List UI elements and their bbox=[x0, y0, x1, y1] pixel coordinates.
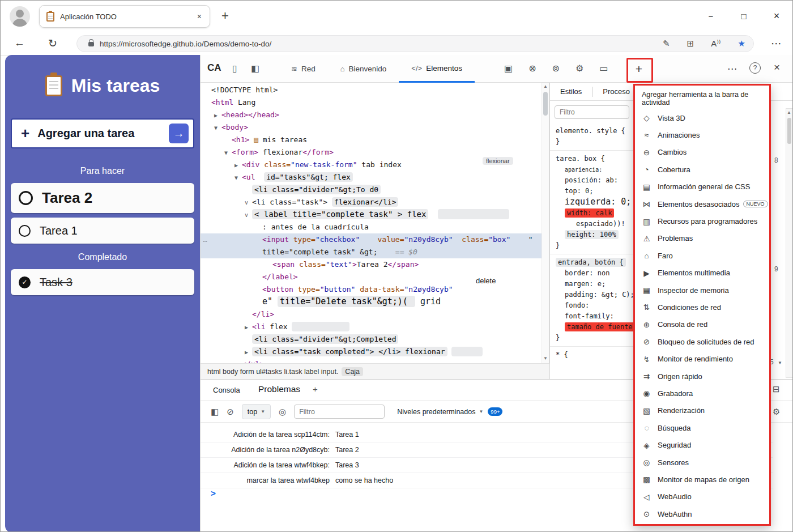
elements-scrollbar[interactable]: ▲ ▼ bbox=[542, 83, 549, 363]
menu-item[interactable]: ▧Renderización bbox=[635, 402, 769, 419]
menu-item[interactable]: ◎Sensores bbox=[635, 454, 769, 471]
chevron-down-icon[interactable]: ▼ bbox=[778, 360, 782, 365]
style-line[interactable]: font-family: bbox=[550, 311, 646, 322]
menu-item[interactable]: ▶Elementos multimedia bbox=[635, 265, 769, 282]
console-sidebar-icon[interactable]: ◧ bbox=[211, 407, 219, 417]
favorite-star-icon[interactable]: ★ bbox=[738, 39, 745, 49]
url-bar[interactable]: https://microsoftedge.github.io/Demos/de… bbox=[76, 35, 754, 52]
settings-icon[interactable]: ⚙ bbox=[575, 63, 583, 74]
menu-item[interactable]: ⊕Consola de red bbox=[635, 316, 769, 333]
style-line[interactable]: entrada, botón { bbox=[550, 257, 646, 268]
dom-tree-line[interactable]: <span class="text">Tarea 2</span> bbox=[201, 258, 549, 271]
style-line[interactable]: espaciado))! bbox=[550, 219, 646, 229]
collections-icon[interactable]: ⊞ bbox=[687, 39, 694, 49]
dom-tree-line[interactable]: title="complete task" &gt; == $0 bbox=[201, 246, 549, 258]
read-aloud-icon[interactable]: A⁾⁾ bbox=[711, 39, 720, 49]
style-line[interactable]: height: 100% bbox=[550, 229, 646, 240]
style-line[interactable]: padding: &gt; C); bbox=[550, 290, 646, 300]
tree-arrow[interactable]: ▶ bbox=[245, 321, 252, 333]
more-tabs-icon[interactable]: + bbox=[313, 384, 318, 394]
tree-arrow[interactable]: ▶ bbox=[245, 346, 252, 358]
clear-console-icon[interactable]: ⊘ bbox=[227, 407, 234, 417]
url-text[interactable]: https://microsoftedge.github.io/Demos/de… bbox=[100, 40, 646, 48]
tab-close-icon[interactable]: × bbox=[196, 12, 203, 21]
devtools-help-icon[interactable]: ? bbox=[749, 62, 761, 74]
dom-tree-line[interactable]: <button type="button" data-task="n2øyd8c… bbox=[201, 283, 549, 296]
menu-item[interactable]: ⇉Origen rápido bbox=[635, 368, 769, 385]
dom-tree-line[interactable]: …<input type="checkbox" value="n20yd8cyb… bbox=[201, 233, 549, 246]
style-line[interactable]: tamaño de fuente: bbox=[550, 322, 646, 333]
dom-tree-line[interactable]: <!DOCTYPE html> bbox=[201, 84, 549, 96]
dom-tree-line[interactable]: ▶<head></head> bbox=[201, 109, 549, 121]
issues-count-badge[interactable]: 99+ bbox=[488, 407, 502, 416]
menu-item[interactable]: ⊙WebAuthn bbox=[635, 505, 769, 522]
tree-arrow[interactable]: ▼ bbox=[214, 122, 221, 134]
debug-icon[interactable]: ⊗ bbox=[528, 63, 536, 74]
breadcrumb-last[interactable]: Caja bbox=[342, 367, 363, 376]
dom-tree-line[interactable]: : antes de la cuadrícula bbox=[201, 221, 549, 233]
style-line[interactable]: } bbox=[550, 333, 646, 343]
menu-item[interactable]: ≈Animaciones bbox=[635, 126, 769, 143]
add-task-button[interactable]: + Agregar una tarea → bbox=[11, 118, 194, 148]
menu-item[interactable]: ▩Monitor de mapas de origen bbox=[635, 471, 769, 488]
dom-tree-line[interactable]: </label> bbox=[201, 271, 549, 283]
stylesheet-link[interactable]: 8 bbox=[774, 156, 778, 164]
style-line[interactable]: margen: e; bbox=[550, 279, 646, 290]
style-line[interactable]: top: 0; bbox=[550, 186, 646, 197]
task-checkbox[interactable]: ✓ bbox=[19, 276, 31, 288]
context-selector[interactable]: top ▼ bbox=[242, 404, 271, 419]
dock-side-icon[interactable]: ◧ bbox=[251, 63, 259, 74]
style-line[interactable]: border: non bbox=[550, 268, 646, 279]
tree-arrow[interactable]: v bbox=[245, 209, 252, 221]
style-line[interactable]: } bbox=[550, 137, 646, 147]
dom-tree-line[interactable]: e" title="De1ete task"&gt;)( grid bbox=[201, 296, 549, 308]
dom-tree-line[interactable]: ▼<body> bbox=[201, 121, 549, 134]
scroll-thumb[interactable] bbox=[543, 92, 548, 116]
tree-arrow[interactable]: v bbox=[245, 197, 252, 208]
style-line[interactable]: width: calk bbox=[550, 208, 646, 219]
scroll-up-icon[interactable]: ▲ bbox=[787, 110, 791, 115]
scroll-down-icon[interactable]: ▼ bbox=[543, 356, 548, 361]
dom-tree-line[interactable]: </ul> bbox=[201, 358, 549, 363]
tree-arrow[interactable]: ▶ bbox=[235, 159, 242, 171]
flex-badge[interactable]: flexionar bbox=[483, 157, 513, 165]
dom-tree-line[interactable]: v< label title="complete task" > flex bbox=[201, 208, 549, 221]
menu-item[interactable]: ▥Recursos para programadores bbox=[635, 212, 769, 229]
menu-item[interactable]: ▤Información general de CSS bbox=[635, 178, 769, 195]
menu-item[interactable]: ⇅Condiciones de red bbox=[635, 299, 769, 316]
style-line[interactable]: fondo: bbox=[550, 300, 646, 311]
style-line[interactable]: posición: ab: bbox=[550, 175, 646, 186]
menu-item[interactable]: ⋈Elementos desasociadosNUEVO bbox=[635, 195, 769, 212]
task-item[interactable]: Tarea 2 bbox=[11, 183, 194, 213]
devtools-close-icon[interactable]: × bbox=[774, 61, 780, 74]
console-prompt[interactable]: > bbox=[211, 488, 216, 499]
tree-arrow[interactable]: ▼ bbox=[235, 172, 242, 184]
menu-item[interactable]: ⊖Cambios bbox=[635, 144, 769, 161]
menu-item[interactable]: ◌Búsqueda bbox=[635, 419, 769, 436]
tab-issues[interactable]: Problemas bbox=[258, 384, 300, 394]
minimize-icon[interactable]: − bbox=[698, 5, 723, 27]
browser-more-icon[interactable]: ⋯ bbox=[771, 37, 782, 50]
dom-tree-line[interactable]: <h1> ▤ mis tareas bbox=[201, 134, 549, 146]
breadcrumb-path[interactable]: html body form ul#tasks li.task label in… bbox=[207, 368, 338, 376]
dock-bottom-icon[interactable]: ⊟ bbox=[773, 384, 780, 394]
devtools-more-icon[interactable]: ⋯ bbox=[727, 63, 737, 75]
dom-tree-line[interactable]: <li class="divider"&gt;To d0 bbox=[201, 184, 549, 196]
submit-arrow-icon[interactable]: → bbox=[169, 124, 189, 143]
task-checkbox[interactable] bbox=[19, 191, 33, 205]
maximize-icon[interactable]: □ bbox=[731, 5, 756, 27]
menu-item[interactable]: ▦Inspector de memoria bbox=[635, 282, 769, 299]
menu-item[interactable]: ◇Vista 3D bbox=[635, 109, 769, 126]
tab-console[interactable]: Consola bbox=[213, 386, 240, 394]
scroll-thumb[interactable] bbox=[787, 118, 791, 144]
window-scrollbar[interactable]: ▲ bbox=[786, 108, 793, 378]
edit-page-icon[interactable]: ✎ bbox=[663, 39, 670, 49]
style-line[interactable]: apariencia: bbox=[550, 164, 646, 175]
dom-tree-line[interactable]: ▶<li class="task completed"> </li> flexi… bbox=[201, 346, 549, 358]
devtools-tab[interactable]: ⌂Bienvenido bbox=[328, 55, 399, 83]
scroll-up-icon[interactable]: ▲ bbox=[543, 84, 548, 89]
menu-item[interactable]: ◈Seguridad bbox=[635, 436, 769, 453]
console-settings-icon[interactable]: ⚙ bbox=[773, 407, 780, 417]
menu-item[interactable]: ⚠Problemas bbox=[635, 230, 769, 247]
dom-tree-line[interactable]: <html Lang bbox=[201, 96, 549, 109]
